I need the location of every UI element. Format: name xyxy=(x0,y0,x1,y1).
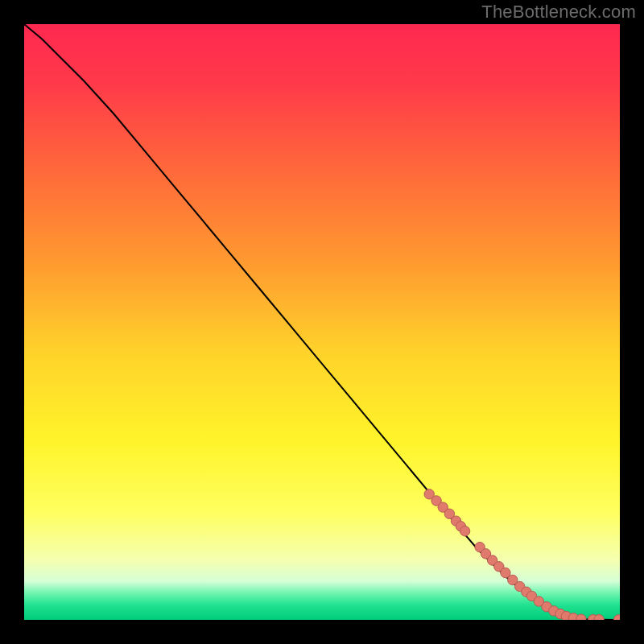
chart-frame: TheBottleneck.com xyxy=(0,0,644,644)
attribution-label: TheBottleneck.com xyxy=(481,2,636,23)
chart-svg xyxy=(24,24,620,620)
plot-area xyxy=(24,24,620,620)
data-point xyxy=(460,526,469,536)
